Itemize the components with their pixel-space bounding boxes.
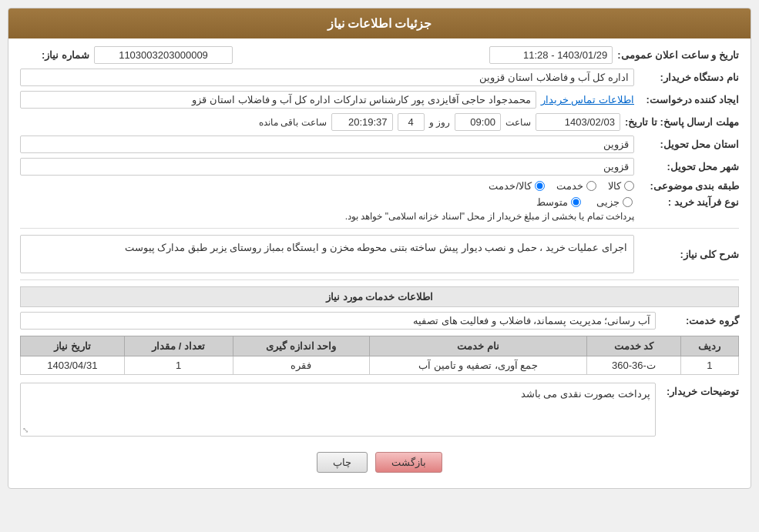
divider-2 (20, 279, 739, 280)
noefrayand-section: نوع فرآیند خرید : جزیی متوسط پرداخت تمام… (20, 196, 739, 222)
ostan-label: استان محل تحویل: (639, 139, 739, 150)
tarikhalan-label: تاریخ و ساعت اعلان عمومی: (617, 49, 739, 61)
col-kodkhadamat: کد خدمت (587, 336, 680, 356)
back-button[interactable]: بازگشت (375, 452, 442, 473)
tabaqe-radio-group: کالا خدمت کالا/خدمت (489, 180, 634, 192)
namdastgah-value: اداره کل آب و فاضلاب استان قزوین (20, 69, 634, 86)
print-button[interactable]: چاپ (317, 452, 368, 473)
shahr-row: شهر محل تحویل: قزوین (20, 158, 739, 176)
mohlat-label: مهلت ارسال پاسخ: تا تاریخ: (625, 116, 739, 128)
col-tarikh: تاریخ نیاز (21, 336, 125, 356)
noefrayand-jozii-option[interactable]: جزیی (596, 196, 633, 208)
tabaqe-kala-khadamat-label: کالا/خدمت (489, 180, 532, 192)
namdastgah-row: نام دستگاه خریدار: اداره کل آب و فاضلاب … (20, 69, 739, 86)
sharh-value: اجرای عملیات خرید ، حمل و نصب دیوار پیش … (20, 235, 634, 273)
page-header: جزئیات اطلاعات نیاز (8, 8, 751, 38)
tabaqe-label: طبقه بندی موضوعی: (639, 180, 739, 192)
tabaqe-khadamat-label: خدمت (556, 180, 583, 192)
resize-icon: ⤡ (22, 426, 29, 434)
day-label: روز و (429, 117, 450, 128)
cell-tarikh: 1403/04/31 (21, 356, 125, 375)
sharh-row: شرح کلی نیاز: اجرای عملیات خرید ، حمل و … (20, 235, 739, 273)
remaining-label: ساعت باقی مانده (259, 117, 327, 128)
shahr-value: قزوین (20, 158, 634, 176)
service-group-value: آب رسانی؛ مدیریت پسماند، فاضلاب و فعالیت… (20, 312, 656, 330)
shahr-label: شهر محل تحویل: (639, 161, 739, 172)
noefrayand-motevaset-radio[interactable] (571, 197, 581, 207)
noefrayand-jozii-radio[interactable] (623, 197, 633, 207)
tabaqe-row: طبقه بندی موضوعی: کالا خدمت کالا/خدمت (20, 180, 739, 192)
eijadkonande-row: ایجاد کننده درخواست: اطلاعات تماس خریدار… (20, 91, 739, 109)
divider-1 (20, 228, 739, 229)
table-row: 1 ت-36-360 جمع آوری، تصفیه و تامین آب فق… (21, 356, 739, 375)
shmarehniaz-value: 1103003203000009 (94, 46, 233, 64)
cell-vahed: فقره (233, 356, 370, 375)
tabaqe-kala-khadamat-option[interactable]: کالا/خدمت (489, 180, 545, 192)
tabaqe-kala-radio[interactable] (624, 181, 634, 191)
namdastgah-label: نام دستگاه خریدار: (639, 72, 739, 83)
ostan-value: قزوین (20, 136, 634, 153)
noefrayand-row: نوع فرآیند خرید : جزیی متوسط (20, 196, 739, 208)
noefrayand-motevaset-option[interactable]: متوسط (536, 196, 581, 208)
shmarehniaz-label: شماره نیاز: (20, 49, 89, 61)
buyer-notes-label: توضیحات خریدار: (662, 383, 739, 437)
sharh-label: شرح کلی نیاز: (639, 249, 739, 260)
service-info-title: اطلاعات خدمات مورد نیاز (20, 286, 739, 307)
tabaqe-kala-option[interactable]: کالا (608, 180, 634, 192)
ostan-row: استان محل تحویل: قزوین (20, 136, 739, 153)
service-group-row: گروه خدمت: آب رسانی؛ مدیریت پسماند، فاضل… (20, 312, 739, 330)
eijadkonande-label: ایجاد کننده درخواست: (639, 94, 739, 105)
buyer-notes-section: توضیحات خریدار: پرداخت بصورت نقدی می باش… (20, 383, 739, 437)
services-table: ردیف کد خدمت نام خدمت واحد اندازه گیری ت… (20, 336, 739, 375)
mohlat-date: 1403/02/03 (536, 113, 620, 131)
tabaqe-kala-label: کالا (608, 180, 621, 192)
cell-tedad: 1 (124, 356, 233, 375)
service-group-label: گروه خدمت: (662, 315, 739, 326)
noefrayand-motevaset-label: متوسط (536, 196, 568, 208)
noefrayand-note: پرداخت تمام یا بخشی از مبلغ خریدار از مح… (20, 211, 634, 222)
noefrayand-label: نوع فرآیند خرید : (639, 196, 739, 208)
col-tedad: تعداد / مقدار (124, 336, 233, 356)
mohlat-remaining: 20:19:37 (331, 113, 393, 131)
col-namkhadamat: نام خدمت (370, 336, 587, 356)
eijadkonande-value: محمدجواد حاجی آقایزدی پور کارشناس تدارکا… (20, 91, 536, 109)
tarikhalan-value: 1403/01/29 - 11:28 (489, 46, 613, 64)
buyer-notes-value: پرداخت بصورت نقدی می باشد (521, 388, 650, 400)
col-vahed: واحد اندازه گیری (233, 336, 370, 356)
table-header-row: ردیف کد خدمت نام خدمت واحد اندازه گیری ت… (21, 336, 739, 356)
cell-radif: 1 (680, 356, 738, 375)
buyer-notes-box: پرداخت بصورت نقدی می باشد ⤡ (20, 383, 656, 437)
shmarehniaz-row: تاریخ و ساعت اعلان عمومی: 1403/01/29 - 1… (20, 46, 739, 64)
tabaqe-khadamat-option[interactable]: خدمت (556, 180, 596, 192)
time-label: ساعت (505, 117, 531, 128)
noefrayand-jozii-label: جزیی (596, 196, 620, 208)
col-radif: ردیف (680, 336, 738, 356)
cell-nam: جمع آوری، تصفیه و تامین آب (370, 356, 587, 375)
eijadkonande-link[interactable]: اطلاعات تماس خریدار (541, 94, 634, 105)
cell-kod: ت-36-360 (587, 356, 680, 375)
mohlat-row: مهلت ارسال پاسخ: تا تاریخ: 1403/02/03 سا… (20, 113, 739, 131)
noefrayand-radio-group: جزیی متوسط (536, 196, 633, 208)
mohlat-days: 4 (398, 113, 425, 131)
tabaqe-kala-khadamat-radio[interactable] (535, 181, 545, 191)
mohlat-time: 09:00 (455, 113, 501, 131)
tabaqe-khadamat-radio[interactable] (586, 181, 596, 191)
page-title: جزئیات اطلاعات نیاز (327, 17, 432, 30)
buttons-row: بازگشت چاپ (20, 444, 739, 480)
